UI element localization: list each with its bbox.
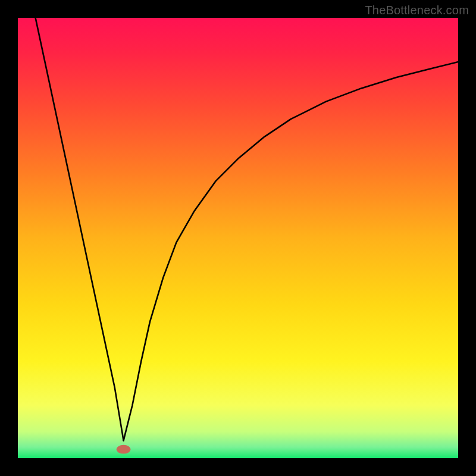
gradient-background: [18, 18, 458, 458]
watermark-text: TheBottleneck.com: [365, 4, 469, 17]
plot-area: [18, 18, 458, 458]
minimum-marker: [117, 445, 131, 454]
chart-container: TheBottleneck.com: [0, 0, 476, 476]
chart-svg: [18, 18, 458, 458]
